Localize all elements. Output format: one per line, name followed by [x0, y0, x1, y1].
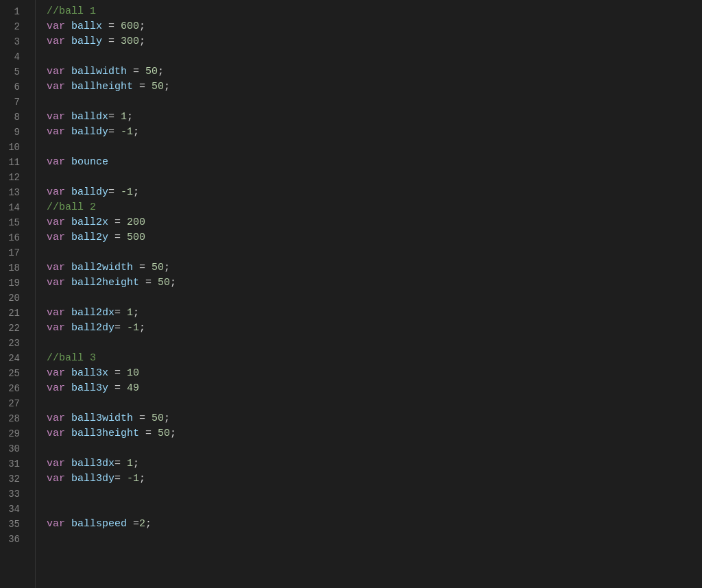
line-number: 13	[0, 185, 27, 200]
token-op	[65, 186, 71, 198]
token-op: ;	[170, 428, 176, 439]
token-num: 50	[152, 262, 164, 273]
line-number: 21	[0, 306, 27, 321]
token-varname: bounce	[71, 156, 108, 168]
line-number: 34	[0, 502, 27, 517]
token-kw: var	[47, 458, 65, 469]
code-line: var ball3dx= 1;	[47, 456, 702, 471]
line-number: 30	[0, 441, 27, 456]
token-op: ;	[158, 66, 164, 77]
token-varname: balldy	[71, 186, 108, 198]
token-op	[65, 156, 71, 168]
code-line: var ball2width = 50;	[47, 260, 702, 275]
token-op: ;	[139, 473, 145, 485]
token-kw: var	[47, 307, 65, 319]
code-line	[47, 502, 702, 517]
line-number: 31	[0, 456, 27, 471]
code-line	[47, 487, 702, 502]
token-op	[65, 382, 71, 394]
code-line: var ball3x = 10	[47, 366, 702, 381]
code-line: var ball3dy= -1;	[47, 471, 702, 487]
token-op: ;	[133, 126, 139, 138]
token-op: ;	[139, 21, 145, 32]
line-number: 15	[0, 215, 27, 230]
token-kw: var	[47, 428, 65, 439]
token-varname: bally	[71, 36, 102, 47]
token-kw: var	[47, 156, 65, 168]
token-op	[65, 428, 71, 439]
token-num: -1	[121, 186, 133, 198]
token-op: =	[108, 186, 121, 198]
token-op: =	[133, 81, 152, 93]
token-op: =	[114, 473, 127, 485]
line-number: 19	[0, 275, 27, 291]
token-op	[65, 413, 71, 424]
code-line: var ball2height = 50;	[47, 275, 702, 291]
code-line: var ball2dy= -1;	[47, 321, 702, 336]
token-op	[65, 473, 71, 485]
token-kw: var	[47, 36, 65, 47]
line-number: 3	[0, 34, 27, 49]
token-num: 200	[127, 217, 145, 228]
token-num: 2	[139, 518, 145, 530]
token-op: =	[108, 126, 121, 138]
token-op: =	[114, 322, 127, 334]
line-number: 24	[0, 351, 27, 366]
line-number: 29	[0, 426, 27, 441]
token-op	[65, 322, 71, 334]
code-area[interactable]: //ball 1var ballx = 600;var bally = 300;…	[36, 0, 702, 588]
token-kw: var	[47, 186, 65, 198]
code-line: var ball3y = 49	[47, 381, 702, 396]
token-op	[65, 217, 71, 228]
line-number: 16	[0, 230, 27, 245]
token-varname: ball3y	[71, 382, 108, 394]
token-op: =	[127, 66, 145, 77]
line-number: 35	[0, 517, 27, 532]
token-op: ;	[127, 111, 133, 123]
token-num: 600	[121, 21, 139, 32]
code-line	[47, 140, 702, 155]
line-number: 8	[0, 110, 27, 125]
token-op: =	[102, 36, 121, 47]
line-number: 6	[0, 79, 27, 95]
token-comment: //ball 2	[47, 201, 96, 213]
token-varname: ballwidth	[71, 66, 127, 77]
token-op	[65, 277, 71, 289]
token-op: =	[133, 413, 152, 424]
token-num: -1	[121, 126, 133, 138]
token-kw: var	[47, 367, 65, 379]
code-line	[47, 532, 702, 547]
line-number: 25	[0, 366, 27, 381]
token-op: =	[108, 232, 127, 243]
token-comment: //ball 1	[47, 5, 96, 17]
token-kw: var	[47, 518, 65, 530]
line-number: 10	[0, 140, 27, 155]
token-varname: ball2height	[71, 277, 139, 289]
token-kw: var	[47, 262, 65, 273]
code-line: var bally = 300;	[47, 34, 702, 49]
line-number: 26	[0, 381, 27, 396]
line-number: 17	[0, 245, 27, 260]
token-num: 49	[127, 382, 139, 394]
token-kw: var	[47, 66, 65, 77]
token-num: 50	[158, 277, 170, 289]
code-line	[47, 291, 702, 306]
token-num: 50	[158, 428, 170, 439]
token-op: =	[108, 217, 127, 228]
code-line: var ballheight = 50;	[47, 79, 702, 95]
token-varname: ball2dy	[71, 322, 114, 334]
line-number: 33	[0, 487, 27, 502]
code-line: var balldy= -1;	[47, 125, 702, 140]
token-num: 1	[127, 458, 133, 469]
token-op	[65, 232, 71, 243]
token-op: ;	[139, 322, 145, 334]
code-line: //ball 3	[47, 351, 702, 366]
token-op: ;	[133, 307, 139, 319]
line-number: 20	[0, 291, 27, 306]
code-line: var ball3height = 50;	[47, 426, 702, 441]
token-kw: var	[47, 277, 65, 289]
line-number: 22	[0, 321, 27, 336]
code-line: var ballx = 600;	[47, 19, 702, 34]
token-comment: //ball 3	[47, 352, 96, 364]
token-op: =	[127, 518, 139, 530]
